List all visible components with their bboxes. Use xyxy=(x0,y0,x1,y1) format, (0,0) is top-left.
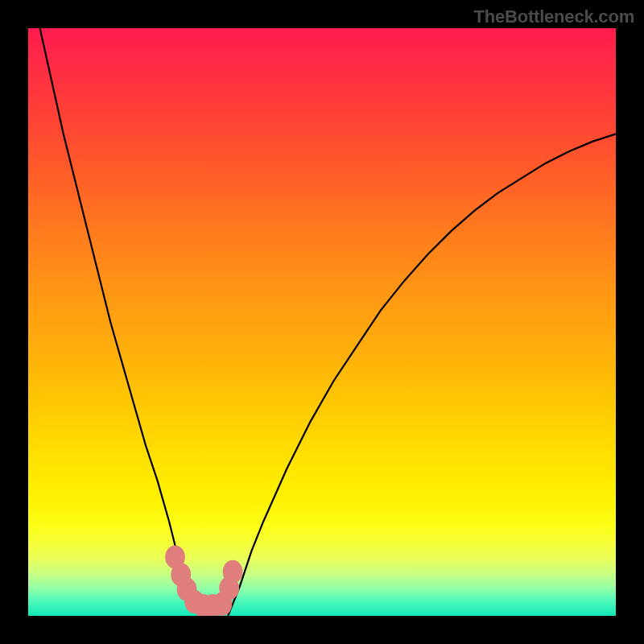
watermark-text: TheBottleneck.com xyxy=(473,6,634,27)
gradient-plot-background xyxy=(28,28,616,616)
chart-container: TheBottleneck.com xyxy=(0,0,644,644)
